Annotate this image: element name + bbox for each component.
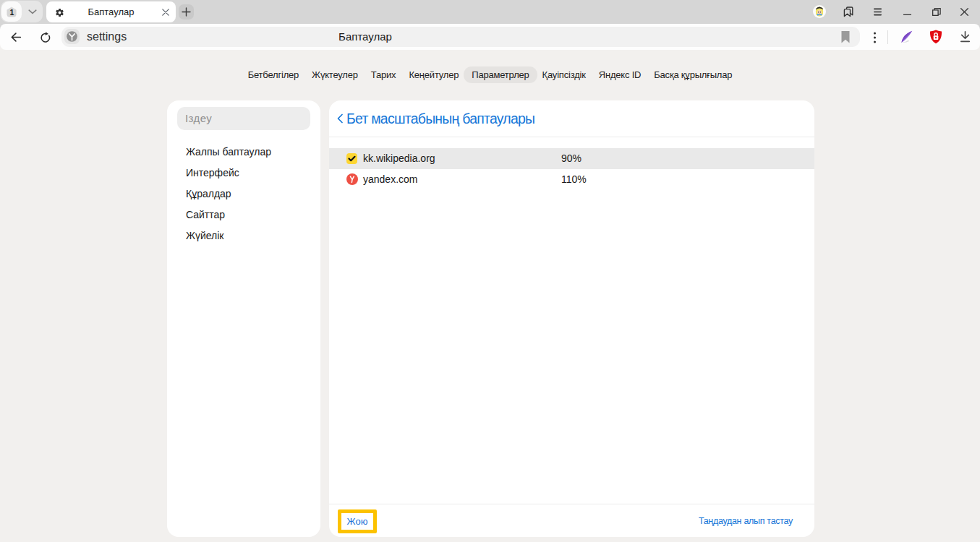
- svg-text:1: 1: [9, 7, 14, 16]
